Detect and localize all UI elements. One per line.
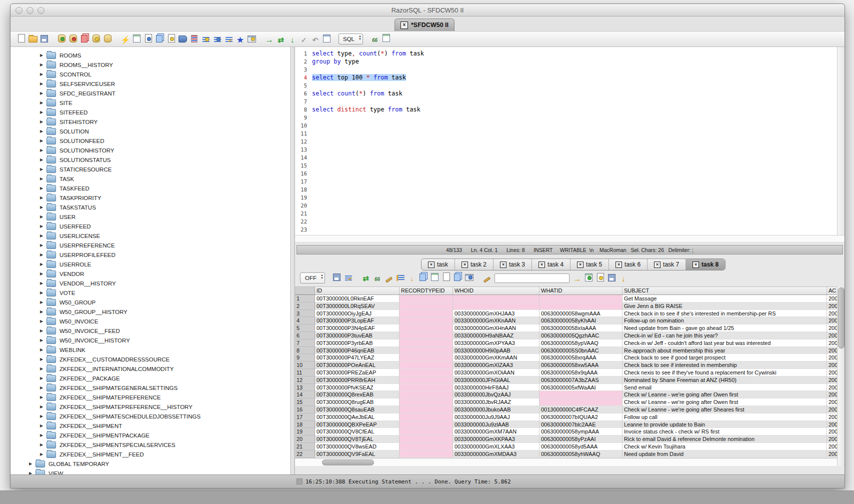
cell-subject[interactable]: Leanne to provide update to Bain (622, 421, 827, 428)
cell-recordtypeid[interactable] (400, 302, 453, 310)
cell-subject[interactable]: Send email (622, 384, 827, 392)
cell-recordtypeid[interactable] (400, 317, 453, 324)
expand-arrow-icon[interactable]: ▶ (38, 442, 44, 447)
save-grid-icon[interactable] (606, 272, 618, 284)
sidebar-item-task[interactable]: ▶TASK (10, 174, 290, 184)
cell-whatid[interactable]: 006300000058xIaAAA (540, 324, 622, 332)
grid-horizontal-scrollbar[interactable] (295, 458, 837, 466)
expand-arrow-icon[interactable]: ▶ (38, 262, 44, 266)
cell-whatid[interactable]: 006300000058yKhAAI (540, 317, 622, 324)
cell-subject[interactable]: Get Massage (622, 295, 827, 302)
cell-whoid[interactable] (453, 295, 540, 302)
cell-id[interactable]: 00T3000000PREZaEAP (315, 369, 400, 376)
cell-subject[interactable]: Nominated by Shane Freeman at ANZ (HR50) (622, 376, 827, 384)
expand-arrow-icon[interactable]: ▶ (38, 357, 44, 362)
statement-type-select[interactable]: SQL ▲▼ (338, 34, 363, 44)
cell-subject[interactable]: Follow-up on nomination (622, 317, 827, 324)
column-header-whatid[interactable]: WHATID (540, 287, 622, 294)
cell-whatid[interactable]: 0013000000C4fFCAAZ (540, 406, 622, 414)
sidebar-item-zkfedex__shipment[interactable]: ▶ZKFEDEX__SHIPMENT (10, 421, 290, 430)
database-icon[interactable] (102, 32, 114, 44)
cell-id[interactable]: 00T3000000P3yrbEAB (315, 340, 400, 347)
cell-id[interactable]: 00T3000000P3tuvEAB (315, 332, 400, 340)
cell-id[interactable]: 00T3000000PRR8rEAH (315, 376, 400, 384)
copy-selection-icon[interactable] (464, 272, 475, 284)
sidebar-item-rooms__history[interactable]: ▶ROOMS__HISTORY (10, 60, 290, 70)
cell-id[interactable]: 00T3000000QV8wsEAD (315, 443, 400, 450)
rollback-icon[interactable]: ↶ (310, 34, 321, 46)
expand-arrow-icon[interactable]: ▶ (38, 120, 44, 124)
expand-arrow-icon[interactable]: ▶ (38, 158, 44, 162)
cell-subject[interactable]: Check nexis to see if they've found a re… (622, 369, 827, 376)
cell-subject[interactable]: Need update from Bain - gave go ahead 1/… (622, 324, 827, 332)
cell-whatid[interactable] (540, 295, 622, 302)
expand-arrow-icon[interactable]: ▶ (38, 214, 44, 219)
cell-subject[interactable]: Follow up call (622, 414, 827, 421)
cell-recordtypeid[interactable] (400, 450, 453, 458)
cell-whatid[interactable]: 006300000058ympAAA (540, 428, 622, 436)
sidebar-item-zkfedex__shipment__feed[interactable]: ▶ZKFEDEX__SHIPMENT__FEED (10, 450, 290, 459)
splitter-handle[interactable] (291, 47, 295, 474)
cell-subject[interactable]: Check w/ Kevin Tsujihara (622, 443, 827, 450)
cell-recordtypeid[interactable] (400, 324, 453, 332)
cell-recordtypeid[interactable] (400, 347, 453, 354)
duplicate-connection-icon[interactable] (79, 32, 90, 44)
sidebar-item-vote[interactable]: ▶VOTE (10, 288, 290, 298)
results-options-icon[interactable] (380, 32, 392, 44)
auto-commit-icon[interactable]: 66 (369, 34, 380, 46)
sql-editor[interactable]: 1234567891011121314151617181920212223 se… (295, 47, 844, 236)
cell-id[interactable]: 00T3000000P3N4pEAF (315, 324, 400, 332)
sidebar-item-sitefeed[interactable]: ▶SITEFEED (10, 108, 290, 117)
cell-recordtypeid[interactable] (400, 391, 453, 398)
document-tab[interactable]: × *SFDCW50 II (394, 18, 454, 31)
cell-subject[interactable]: Need update from David (622, 450, 827, 458)
sidebar-item-zkfedex__shipmatescheduledjobssettings[interactable]: ▶ZKFEDEX__SHIPMATESCHEDULEDJOBSSETTINGS (10, 412, 290, 421)
cell-whoid[interactable]: 0033000000GmXMDAA3 (453, 450, 540, 458)
result-tab-task-6[interactable]: ×task 6 (609, 259, 648, 270)
sidebar-item-global temporary[interactable]: ▶GLOBAL TEMPORARY (10, 459, 290, 468)
expand-arrow-icon[interactable]: ▶ (38, 167, 44, 172)
expand-arrow-icon[interactable]: ▶ (38, 348, 44, 352)
generate-script-icon[interactable] (594, 271, 606, 283)
sidebar-item-zkfedex__internationalcommodity[interactable]: ▶ZKFEDEX__INTERNATIONALCOMMODITY (10, 364, 290, 374)
cell-whoid[interactable]: 0033000000JbvRJAAZ (453, 398, 540, 406)
sidebar-item-zkfedex__shipmategeneralsettings[interactable]: ▶ZKFEDEX__SHIPMATEGENERALSETTINGS (10, 383, 290, 392)
expand-arrow-icon[interactable]: ▶ (38, 82, 44, 86)
cell-whoid[interactable]: 0033000000GmXKPAA3 (453, 436, 540, 443)
cell-whoid[interactable]: 0033000000GmXHnAAN (453, 324, 540, 332)
cell-whatid[interactable] (540, 391, 622, 398)
column-header-subject[interactable]: SUBJECT (622, 287, 827, 294)
view-row-icon[interactable]: 66 (372, 274, 383, 286)
expand-arrow-icon[interactable]: ▶ (38, 290, 44, 295)
cell-whoid[interactable]: 0033000000H9i0pAAB (453, 347, 540, 354)
cell-recordtypeid[interactable] (400, 340, 453, 347)
cell-subject[interactable]: Check back to see if interested in membe… (622, 362, 827, 369)
sidebar-item-vendor[interactable]: ▶VENDOR (10, 269, 290, 278)
cell-whoid[interactable]: 0033000000GmXM7AAN (453, 428, 540, 436)
expand-arrow-icon[interactable]: ▶ (38, 91, 44, 96)
cell-recordtypeid[interactable] (400, 332, 453, 340)
cell-whatid[interactable]: 006300000058x9qAAA (540, 369, 622, 376)
cell-id[interactable]: 00T3000000QV8TjEAL (315, 436, 400, 443)
cell-recordtypeid[interactable] (400, 369, 453, 376)
cell-subject[interactable]: Check-in w/ Ed - can he join this year? (622, 332, 827, 340)
close-tab-icon[interactable]: × (462, 262, 468, 268)
sidebar-item-userprofilefeed[interactable]: ▶USERPROFILEFEED (10, 250, 290, 260)
hscroll-thumb[interactable] (322, 460, 374, 466)
cell-recordtypeid[interactable] (400, 362, 453, 369)
cell-recordtypeid[interactable] (400, 398, 453, 406)
cell-whatid[interactable]: 006300000058wgmAAA (540, 310, 622, 318)
cell-subject[interactable]: Give Jenn a BIG RAISE (622, 302, 827, 310)
cell-recordtypeid[interactable] (400, 406, 453, 414)
cell-id[interactable]: 00T3000000L0RqSEAV (315, 302, 400, 310)
sidebar-item-userfeed[interactable]: ▶USERFEED (10, 222, 290, 231)
cell-subject[interactable]: Check back to see if good target prospec… (622, 354, 827, 362)
expand-arrow-icon[interactable]: ▶ (38, 110, 44, 114)
sidebar-item-zkfedex__shipmatepreference[interactable]: ▶ZKFEDEX__SHIPMATEPREFERENCE (10, 392, 290, 402)
cell-id[interactable]: 00T3000000P47LYEAZ (315, 354, 400, 362)
cell-whoid[interactable]: 0033000000H9aNBAAZ (453, 332, 540, 340)
expand-arrow-icon[interactable]: ▶ (38, 366, 44, 371)
execute-all-icon[interactable]: ⇄ (275, 34, 286, 46)
result-tab-task-5[interactable]: ×task 5 (570, 259, 609, 270)
expand-arrow-icon[interactable]: ▶ (38, 234, 44, 238)
